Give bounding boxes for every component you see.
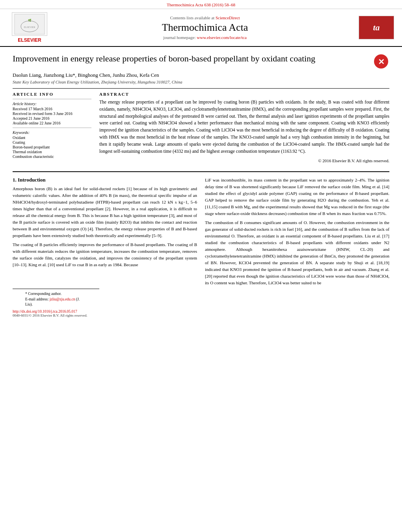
elsevier-logo-section: 🌿 ELSEVIER ELSEVIER xyxy=(8,12,51,43)
keyword-5: Combustion characteristic xyxy=(13,154,91,159)
keyword-3: Boron-based propellant xyxy=(13,145,91,149)
journal-header: 🌿 ELSEVIER ELSEVIER Contents lists avail… xyxy=(0,9,402,47)
article-info-heading: ARTICLE INFO xyxy=(13,92,91,96)
elsevier-logo-image: 🌿 ELSEVIER xyxy=(12,12,47,36)
intro-body-text: Amorphous boron (B) is an ideal fuel for… xyxy=(13,185,197,269)
ta-logo: ta xyxy=(359,16,394,39)
accepted-date: Accepted 21 June 2016 xyxy=(13,116,91,120)
main-divider xyxy=(13,171,389,172)
svg-rect-0 xyxy=(15,14,45,34)
history-label: Article history: xyxy=(13,102,91,106)
revised-date: Received in revised form 3 June 2016 xyxy=(13,111,91,116)
footnote-section: * Corresponding author. E-mail address: … xyxy=(13,289,99,307)
doi-anchor[interactable]: http://dx.doi.org/10.1016/j.tca.2016.05.… xyxy=(13,310,77,313)
article-title-section: Improvement in energy release properties… xyxy=(13,53,389,70)
intro-paragraph-3: LiF was incombustible, its mass content … xyxy=(205,177,389,217)
intro-paragraph-1: Amorphous boron (B) is an ideal fuel for… xyxy=(13,185,197,239)
doi-link: http://dx.doi.org/10.1016/j.tca.2016.05.… xyxy=(13,310,389,313)
keywords-label: Keywords: xyxy=(13,130,91,135)
svg-text:✕: ✕ xyxy=(378,57,385,66)
article-affiliation: State Key Laboratory of Clean Energy Uti… xyxy=(13,80,389,84)
intro-paragraph-4: The combustion of B consumes significant… xyxy=(205,219,389,286)
footnote-text: * Corresponding author. E-mail address: … xyxy=(25,291,87,307)
sciencedirect-link: Contents lists available at ScienceDirec… xyxy=(51,15,359,20)
email-link[interactable]: jzliu@zju.edu.cn xyxy=(50,297,75,301)
body-right-col: LiF was incombustible, its mass content … xyxy=(205,177,389,289)
body-section: 1. Introduction Amorphous boron (B) is a… xyxy=(0,177,402,289)
journal-center: Contents lists available at ScienceDirec… xyxy=(51,15,359,40)
info-divider-2 xyxy=(13,128,91,128)
homepage-link[interactable]: www.elsevier.com/locate/tca xyxy=(197,35,246,40)
journal-title: Thermochimica Acta xyxy=(51,22,359,33)
journal-homepage: journal homepage: www.elsevier.com/locat… xyxy=(51,35,359,40)
keyword-4: Thermal oxidation xyxy=(13,150,91,154)
doi-section: http://dx.doi.org/10.1016/j.tca.2016.05.… xyxy=(0,309,402,320)
corresponding-label: * Corresponding author. xyxy=(25,292,61,296)
keyword-2: Coating xyxy=(13,140,91,145)
article-authors: Daolun Liang, Jianzhong Liu*, Binghong C… xyxy=(13,72,389,78)
intro-body-text-right: LiF was incombustible, its mass content … xyxy=(205,177,389,287)
elsevier-label: ELSEVIER xyxy=(18,37,41,43)
received-date: Received 17 March 2016 xyxy=(13,107,91,111)
email-label: E-mail address: xyxy=(25,297,48,301)
intro-paragraph-2: The coating of B particles efficiently i… xyxy=(13,241,197,268)
sciencedirect-anchor[interactable]: ScienceDirect xyxy=(216,15,240,20)
article-title: Improvement in energy release properties… xyxy=(13,53,368,65)
article-info-col: ARTICLE INFO Article history: Received 1… xyxy=(13,92,91,167)
article-main: Improvement in energy release properties… xyxy=(0,47,402,167)
article-info-abstract: ARTICLE INFO Article history: Received 1… xyxy=(13,92,389,167)
abstract-paragraph: The energy release properties of a prope… xyxy=(99,99,389,155)
top-bar: Thermochimica Acta 638 (2016) 58–68 xyxy=(0,0,402,9)
intro-section-title: 1. Introduction xyxy=(13,177,197,183)
abstract-copyright: © 2016 Elsevier B.V. All rights reserved… xyxy=(99,158,389,164)
abstract-heading: ABSTRACT xyxy=(99,92,389,96)
issn-text: 0040-6031/© 2016 Elsevier B.V. All right… xyxy=(13,313,389,317)
info-divider-1 xyxy=(13,99,91,99)
available-date: Available online 22 June 2016 xyxy=(13,121,91,125)
svg-text:🌿: 🌿 xyxy=(28,19,32,22)
svg-text:ELSEVIER: ELSEVIER xyxy=(24,26,35,28)
crossmark-logo: ✕ xyxy=(373,53,389,70)
article-divider xyxy=(13,88,389,89)
journal-issue-link[interactable]: Thermochimica Acta 638 (2016) 58–68 xyxy=(167,2,235,7)
keyword-1: Oxidant xyxy=(13,135,91,140)
body-left-col: 1. Introduction Amorphous boron (B) is a… xyxy=(13,177,197,289)
abstract-col: ABSTRACT The energy release properties o… xyxy=(99,92,389,167)
abstract-text: The energy release properties of a prope… xyxy=(99,99,389,164)
